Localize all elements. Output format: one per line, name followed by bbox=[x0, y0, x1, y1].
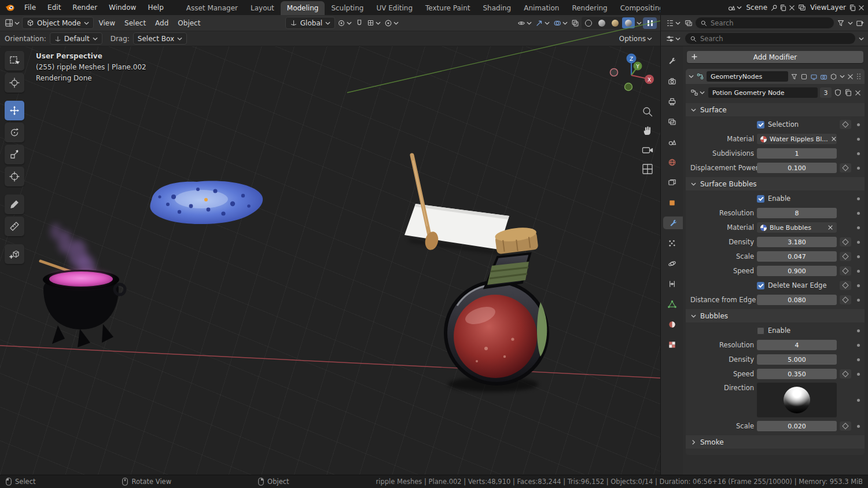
animate-dot[interactable] bbox=[857, 270, 860, 273]
pan-hand-icon[interactable] bbox=[641, 124, 654, 137]
animate-dot[interactable] bbox=[857, 255, 860, 258]
close-modifier-icon[interactable] bbox=[847, 74, 854, 80]
properties-options-chevron[interactable] bbox=[859, 37, 864, 41]
animate-dot[interactable] bbox=[857, 226, 860, 229]
tab-tool[interactable] bbox=[661, 54, 683, 67]
expand-chevron-icon[interactable] bbox=[689, 75, 694, 78]
cauldron-object[interactable] bbox=[41, 223, 125, 347]
tab-object[interactable] bbox=[661, 196, 683, 209]
direction-sphere-widget[interactable] bbox=[757, 383, 837, 417]
tab-asset-manager[interactable]: Asset Manager bbox=[180, 1, 244, 15]
outliner-search-input[interactable] bbox=[711, 19, 829, 27]
scene-browse-button[interactable] bbox=[726, 2, 743, 13]
new-collection-icon[interactable] bbox=[856, 19, 864, 27]
tab-shading[interactable]: Shading bbox=[476, 1, 517, 15]
zoom-icon[interactable] bbox=[641, 105, 654, 118]
tab-world[interactable] bbox=[661, 156, 683, 168]
tab-texture-paint[interactable]: Texture Paint bbox=[419, 1, 476, 15]
node-tree-name-field[interactable]: Potion Geometry Node bbox=[708, 87, 818, 98]
node-tree-browse-button[interactable] bbox=[689, 87, 706, 98]
tab-constraints[interactable] bbox=[661, 277, 683, 290]
edit-mode-display-toggle[interactable] bbox=[800, 73, 808, 80]
sb-material-field[interactable]: Blue Bubbles bbox=[757, 222, 837, 233]
tab-scene[interactable] bbox=[661, 135, 683, 148]
tool-cursor[interactable] bbox=[5, 73, 24, 93]
tool-measure[interactable] bbox=[5, 217, 24, 236]
b-speed-field[interactable]: 0.350 bbox=[757, 369, 837, 379]
animate-dot[interactable] bbox=[857, 123, 860, 126]
sb-resolution-field[interactable]: 8 bbox=[757, 208, 837, 218]
close-icon[interactable] bbox=[789, 5, 795, 11]
tab-view-layer[interactable] bbox=[661, 115, 683, 128]
menu-help[interactable]: Help bbox=[142, 0, 169, 15]
modifier-panel-header[interactable]: GeometryNodes bbox=[686, 69, 865, 84]
render-display-toggle[interactable] bbox=[820, 73, 827, 80]
tool-move[interactable] bbox=[5, 101, 24, 120]
menu-edit[interactable]: Edit bbox=[42, 0, 67, 15]
surface-material-field[interactable]: Water Ripples Bl... bbox=[757, 134, 837, 144]
on-cage-toggle[interactable] bbox=[830, 73, 837, 80]
tool-transform[interactable] bbox=[5, 167, 24, 186]
animate-dot[interactable] bbox=[857, 241, 860, 244]
tab-particles[interactable] bbox=[661, 237, 683, 249]
animate-dot[interactable] bbox=[857, 212, 860, 215]
animate-dot[interactable] bbox=[857, 344, 860, 347]
selection-checkbox[interactable] bbox=[757, 121, 764, 129]
modifier-name-field[interactable]: GeometryNodes bbox=[707, 71, 788, 82]
add-modifier-button[interactable]: Add Modifier bbox=[687, 51, 863, 63]
tab-texture[interactable] bbox=[661, 338, 683, 351]
panel-bubbles-header[interactable]: Bubbles bbox=[686, 309, 865, 322]
clear-material-icon[interactable] bbox=[831, 136, 837, 142]
displacement-power-field[interactable]: 0.100 bbox=[757, 163, 837, 173]
chevron-down-icon[interactable] bbox=[848, 21, 853, 25]
sb-density-field[interactable]: 3.180 bbox=[757, 237, 837, 247]
pin-icon[interactable] bbox=[770, 4, 778, 12]
display-mode-icon[interactable] bbox=[685, 19, 693, 27]
close-icon[interactable] bbox=[858, 5, 865, 11]
tab-animation[interactable]: Animation bbox=[517, 1, 565, 15]
paper-object[interactable] bbox=[404, 204, 509, 255]
animate-dot[interactable] bbox=[857, 152, 860, 155]
sb-enable-checkbox[interactable] bbox=[757, 195, 764, 203]
vertex-group-filter-icon[interactable] bbox=[790, 73, 798, 80]
panel-smoke-header[interactable]: Smoke bbox=[686, 435, 865, 449]
copy-icon[interactable] bbox=[849, 4, 856, 12]
tool-scale[interactable] bbox=[5, 145, 24, 164]
tab-compositing[interactable]: Compositing bbox=[614, 1, 660, 15]
direction-sphere[interactable] bbox=[784, 387, 810, 413]
animate-dot[interactable] bbox=[857, 399, 860, 402]
fake-user-shield-icon[interactable] bbox=[834, 89, 842, 97]
menu-render[interactable]: Render bbox=[67, 0, 103, 15]
animate-dot[interactable] bbox=[857, 284, 860, 287]
b-enable-checkbox[interactable] bbox=[757, 327, 764, 335]
copy-icon[interactable] bbox=[779, 4, 787, 12]
sb-scale-field[interactable]: 0.047 bbox=[757, 251, 837, 262]
sb-density-attribute-toggle[interactable] bbox=[840, 237, 851, 247]
modifier-extras-chevron[interactable] bbox=[840, 75, 845, 78]
drag-handle-icon[interactable] bbox=[856, 73, 862, 80]
properties-search-input[interactable] bbox=[700, 35, 851, 43]
duplicate-node-tree-icon[interactable] bbox=[844, 89, 852, 97]
viewlayer-name[interactable]: ViewLayer bbox=[809, 3, 847, 12]
clear-material-icon[interactable] bbox=[827, 225, 833, 230]
tab-rendering[interactable]: Rendering bbox=[565, 1, 613, 15]
displacement-attribute-toggle[interactable] bbox=[840, 163, 851, 173]
tool-add-cube[interactable] bbox=[5, 244, 24, 264]
selection-attribute-toggle[interactable] bbox=[840, 120, 851, 129]
outliner-editor-button[interactable] bbox=[665, 17, 682, 29]
tab-render[interactable] bbox=[661, 75, 683, 87]
animate-dot[interactable] bbox=[857, 167, 860, 170]
b-speed-attribute-toggle[interactable] bbox=[840, 369, 851, 379]
blender-logo-icon[interactable] bbox=[5, 2, 15, 13]
animate-dot[interactable] bbox=[857, 197, 860, 200]
tool-select-box[interactable] bbox=[5, 51, 24, 71]
gizmo-y-negative[interactable] bbox=[625, 83, 632, 91]
delete-near-edge-attribute-toggle[interactable] bbox=[840, 281, 851, 290]
animate-dot[interactable] bbox=[857, 138, 860, 141]
panel-surface-bubbles-header[interactable]: Surface Bubbles bbox=[686, 177, 865, 190]
tab-output[interactable] bbox=[661, 95, 683, 108]
ortho-grid-icon[interactable] bbox=[641, 163, 654, 175]
node-tree-users-count[interactable]: 3 bbox=[820, 87, 832, 98]
delete-near-edge-checkbox[interactable] bbox=[757, 282, 764, 289]
tab-layout[interactable]: Layout bbox=[244, 1, 281, 15]
